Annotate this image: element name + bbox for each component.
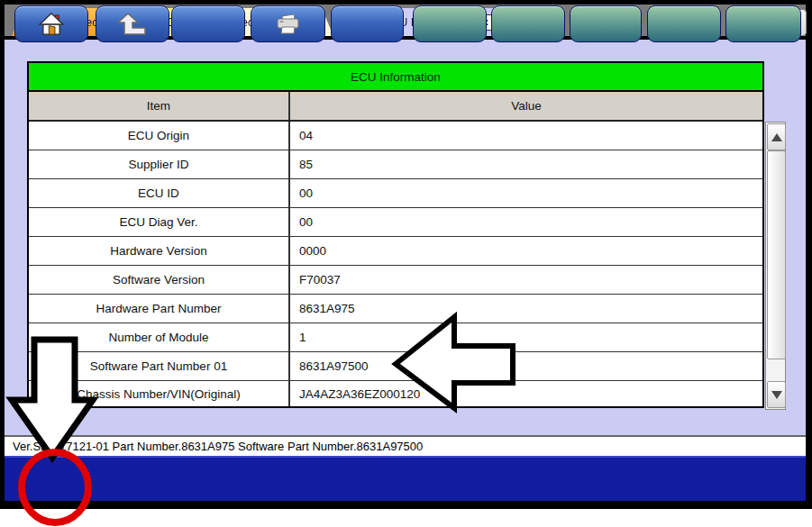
table-row: Number of Module1 [29,323,762,352]
scrollbar-thumb[interactable] [767,150,786,359]
item-cell: Supplier ID [29,150,288,178]
value-cell: 85 [288,150,753,178]
up-level-arrow-icon [117,12,148,37]
down-triangle-icon [771,391,782,399]
value-cell: 8631A97500 [288,352,753,380]
table-row: ECU ID00 [29,179,762,208]
table-row: ECU Diag Ver.00 [29,208,762,237]
item-cell: ECU Diag Ver. [29,208,288,236]
value-cell: 00 [288,208,753,236]
item-cell: ECU Origin [29,122,288,150]
item-cell: Chassis Number/VIN(Original) [29,381,288,406]
item-cell: Software Part Number 01 [29,352,288,380]
toolbar-blank-button-1[interactable] [171,5,245,42]
function-key-button-4[interactable] [647,5,721,42]
column-header-value: Value [288,92,762,120]
item-cell: Number of Module [29,323,288,351]
value-cell: 04 [288,122,753,150]
home-button[interactable] [14,5,88,42]
value-cell: 00 [288,179,753,207]
table-row: ECU Origin04 [29,122,762,150]
up-triangle-icon [771,133,782,141]
table-row: Software Part Number 018631A97500 [29,352,762,381]
toolbar-blank-button-2[interactable] [331,5,404,42]
item-cell: ECU ID [29,179,288,207]
function-key-button-5[interactable] [725,5,801,42]
function-key-button-1[interactable] [413,5,487,42]
item-cell: Hardware Part Number [29,295,288,323]
status-bar: Ver.SEW17121-01 Part Number.8631A975 Sof… [5,435,806,456]
table-row: Hardware Part Number8631A975 [29,295,762,323]
table-row: Chassis Number/VIN(Original)JA4AZ3A36EZ0… [29,381,762,406]
item-cell: Hardware Version [29,237,288,265]
value-cell: JA4AZ3A36EZ000120 [288,381,753,406]
table-title: ECU Information [29,63,762,92]
function-key-button-3[interactable] [570,5,642,42]
table-row: Hardware Version0000 [29,237,762,266]
value-cell: F70037 [288,266,753,294]
function-key-button-2[interactable] [491,5,565,42]
scroll-down-button[interactable] [767,381,786,408]
table-row: Supplier ID85 [29,150,762,179]
home-icon [38,12,65,36]
print-button[interactable] [251,5,325,42]
item-cell: Software Version [29,266,288,294]
table-body: ECU Origin04Supplier ID85ECU ID00ECU Dia… [29,122,762,406]
bottom-toolbar [5,456,806,501]
table-scrollbar[interactable] [765,122,786,410]
value-cell: 8631A975 [288,295,753,323]
value-cell: 1 [288,323,753,351]
scroll-up-button[interactable] [767,123,786,150]
column-header-item: Item [29,92,288,120]
value-cell: 0000 [288,237,753,265]
status-text: Ver.SEW17121-01 Part Number.8631A975 Sof… [13,440,423,453]
diagnostic-app-window: System select AWC Special Function ECU I… [0,0,812,527]
table-header-row: Item Value [29,92,762,122]
ecu-information-table: ECU Information Item Value ECU Origin04S… [27,61,764,408]
printer-icon [273,11,304,37]
up-level-button[interactable] [96,5,169,42]
table-row: Software VersionF70037 [29,266,762,295]
